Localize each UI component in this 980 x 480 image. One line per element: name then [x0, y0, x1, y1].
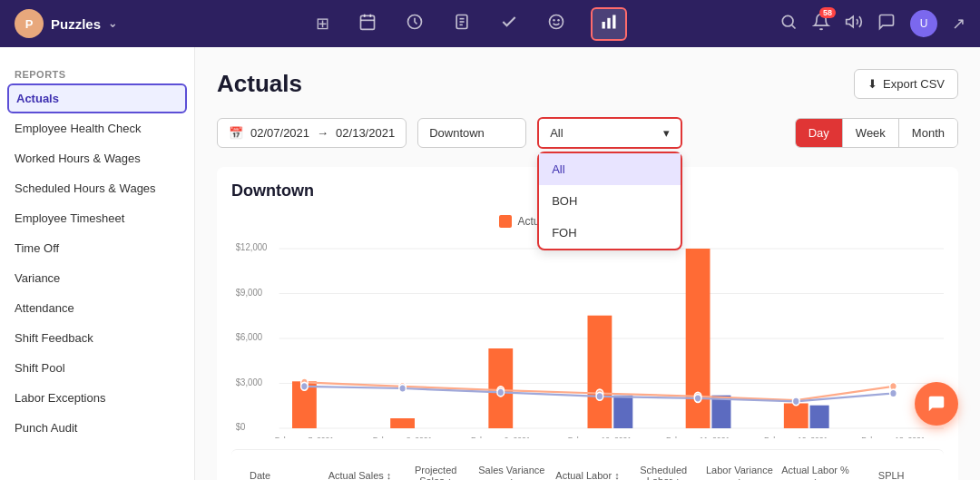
sidebar-item-employee-timesheet[interactable]: Employee Timesheet	[0, 203, 194, 233]
calendar-icon[interactable]	[355, 9, 380, 39]
megaphone-icon[interactable]	[845, 13, 863, 35]
date-from: 02/07/2021	[250, 126, 309, 140]
col-actual-labor-pct[interactable]: Actual Labor % ↕	[778, 461, 854, 480]
col-actual-sales[interactable]: Actual Sales ↕	[322, 461, 398, 480]
bar-labor-4	[711, 396, 730, 428]
line-labor-dot-4	[694, 395, 701, 403]
x-label-4: February 11, 2021	[666, 436, 730, 438]
check-icon[interactable]	[496, 9, 522, 39]
sidebar-item-employee-health[interactable]: Employee Health Check	[0, 113, 194, 143]
category-dropdown-menu: All BOH FOH	[537, 152, 682, 250]
chat-fab-button[interactable]	[915, 382, 958, 426]
external-link-icon[interactable]: ↗	[952, 14, 965, 34]
date-to: 02/13/2021	[336, 126, 395, 140]
page-header: Actuals ⬇ Export CSV	[217, 69, 958, 99]
category-dropdown-container: All ▾ All BOH FOH	[537, 117, 682, 149]
bar-sales-3	[588, 316, 612, 428]
y-label-0: $0	[236, 422, 246, 433]
category-option-foh[interactable]: FOH	[539, 217, 681, 249]
sidebar-item-shift-pool[interactable]: Shift Pool	[0, 353, 194, 383]
day-toggle-button[interactable]: Day	[796, 119, 843, 147]
sidebar-item-worked-hours[interactable]: Worked Hours & Wages	[0, 143, 194, 173]
bar-sales-5	[784, 404, 808, 429]
search-icon[interactable]	[779, 13, 798, 35]
main-content: Actuals ⬇ Export CSV 📅 02/07/2021 → 02/1…	[195, 47, 980, 480]
layout: Reports Actuals Employee Health Check Wo…	[0, 47, 980, 480]
notification-icon[interactable]: 58	[812, 13, 830, 35]
svg-rect-13	[607, 17, 610, 28]
nav-right: 58 U ↗	[779, 10, 965, 37]
svg-rect-0	[361, 15, 375, 29]
col-sales-variance[interactable]: Sales Variance ↕	[474, 461, 550, 480]
x-label-6: February 13, 2021	[861, 436, 925, 438]
line-labor-dot-2	[497, 388, 505, 397]
chart-bar-icon[interactable]	[591, 7, 627, 41]
period-toggle: Day Week Month	[795, 118, 958, 148]
x-label-3: February 10, 2021	[568, 436, 632, 438]
month-toggle-button[interactable]: Month	[899, 119, 957, 147]
date-range-input[interactable]: 📅 02/07/2021 → 02/13/2021	[217, 118, 407, 148]
bar-chart: $12,000 $9,000 $6,000 $3,000 $0	[231, 239, 944, 438]
week-toggle-button[interactable]: Week	[843, 119, 899, 147]
col-splh[interactable]: SPLH	[853, 461, 929, 480]
page-title: Actuals	[217, 70, 302, 98]
category-option-all[interactable]: All	[539, 153, 681, 185]
clock-icon[interactable]	[402, 9, 427, 39]
calendar-small-icon: 📅	[229, 126, 243, 140]
line-labor-dot-6	[890, 389, 897, 397]
sidebar-item-attendance[interactable]: Attendance	[0, 293, 194, 323]
svg-point-9	[550, 15, 564, 28]
sidebar-item-time-off[interactable]: Time Off	[0, 233, 194, 263]
nav-icons: ⊞	[160, 7, 779, 41]
dashboard-icon[interactable]: ⊞	[312, 10, 333, 37]
sidebar-item-actuals[interactable]: Actuals	[7, 83, 187, 113]
category-select[interactable]: All ▾	[537, 117, 682, 149]
svg-rect-14	[612, 15, 615, 28]
sidebar-item-shift-feedback[interactable]: Shift Feedback	[0, 323, 194, 353]
brand-chevron: ⌄	[108, 17, 117, 30]
brand[interactable]: P Puzzles ⌄	[15, 9, 160, 38]
category-value: All	[550, 126, 563, 140]
sidebar-item-punch-audit[interactable]: Punch Audit	[0, 413, 194, 443]
col-scheduled-labor[interactable]: Scheduled Labor ↕	[625, 461, 701, 480]
line-labor-dot-5	[792, 397, 799, 406]
chat-icon[interactable]	[877, 13, 896, 35]
chevron-down-icon: ▾	[663, 126, 670, 140]
y-label-12000: $12,000	[236, 242, 268, 253]
sidebar-item-scheduled-hours[interactable]: Scheduled Hours & Wages	[0, 173, 194, 203]
svg-line-16	[792, 24, 796, 28]
location-select[interactable]: Downtown	[417, 118, 526, 148]
smiley-icon[interactable]	[544, 9, 569, 39]
brand-name: Puzzles	[51, 16, 101, 32]
svg-rect-12	[603, 22, 605, 29]
user-avatar[interactable]: U	[910, 10, 937, 37]
col-projected-sales[interactable]: Projected Sales ↕	[397, 461, 474, 480]
sidebar-item-labor-exceptions[interactable]: Labor Exceptions	[0, 383, 194, 413]
x-label-5: February 12, 2021	[764, 436, 828, 438]
svg-point-15	[782, 15, 793, 26]
y-label-6000: $6,000	[236, 332, 262, 343]
bar-sales-1	[390, 418, 415, 428]
svg-marker-17	[847, 16, 854, 27]
export-icon: ⬇	[867, 77, 877, 91]
location-value: Downtown	[429, 126, 485, 140]
col-date[interactable]: Date	[246, 461, 322, 480]
sidebar-section-title: Reports	[0, 62, 194, 83]
y-label-3000: $3,000	[236, 377, 262, 387]
line-labor-dot-1	[399, 385, 407, 393]
category-option-boh[interactable]: BOH	[539, 185, 681, 217]
clipboard-icon[interactable]	[449, 9, 475, 39]
x-label-0: February 7, 2021	[275, 436, 335, 438]
filters-row: 📅 02/07/2021 → 02/13/2021 Downtown All ▾…	[217, 117, 958, 149]
legend-sales-dot	[499, 215, 512, 228]
table-cols: Date Actual Sales ↕ Projected Sales ↕ Sa…	[246, 461, 929, 480]
date-arrow: →	[317, 126, 328, 140]
line-labor-dot-3	[596, 392, 603, 400]
export-csv-button[interactable]: ⬇ Export CSV	[854, 69, 958, 99]
col-labor-variance[interactable]: Labor Variance ↕	[701, 461, 778, 480]
top-nav: P Puzzles ⌄ ⊞ 58	[0, 0, 980, 47]
col-actual-labor[interactable]: Actual Labor ↕	[550, 461, 626, 480]
notification-badge: 58	[819, 7, 836, 18]
sidebar-item-variance[interactable]: Variance	[0, 263, 194, 293]
x-label-1: February 8, 2021	[373, 436, 433, 438]
